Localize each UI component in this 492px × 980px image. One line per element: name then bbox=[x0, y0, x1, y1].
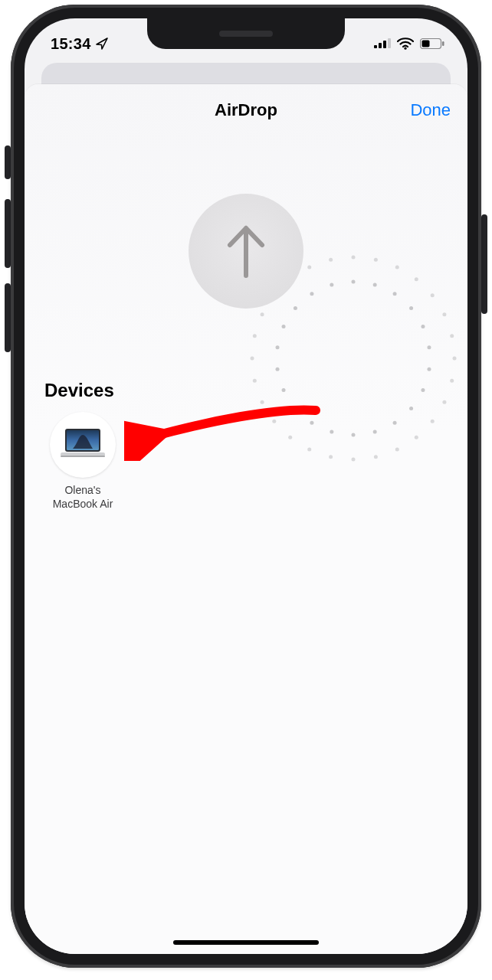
device-item-olenas-macbook-air[interactable]: Olena's MacBook Air bbox=[44, 412, 121, 511]
phone-mute-switch bbox=[5, 145, 11, 179]
wifi-icon bbox=[397, 38, 414, 50]
phone-volume-down bbox=[5, 283, 11, 352]
battery-icon bbox=[420, 38, 444, 49]
svg-rect-3 bbox=[388, 38, 391, 48]
phone-volume-up bbox=[5, 199, 11, 268]
macbook-icon bbox=[59, 427, 107, 462]
share-target-circle bbox=[189, 194, 303, 309]
notch bbox=[147, 18, 345, 49]
svg-point-4 bbox=[404, 47, 406, 50]
location-arrow-icon bbox=[96, 38, 108, 50]
airdrop-radar bbox=[139, 144, 353, 358]
svg-rect-6 bbox=[422, 41, 430, 47]
device-name-label: Olena's MacBook Air bbox=[44, 484, 121, 511]
phone-frame: 15:34 bbox=[11, 5, 481, 968]
svg-rect-0 bbox=[374, 45, 377, 48]
sheet-header: AirDrop Done bbox=[25, 84, 467, 136]
svg-rect-7 bbox=[442, 41, 444, 46]
airdrop-sheet: AirDrop Done Devices bbox=[25, 84, 467, 954]
svg-rect-2 bbox=[383, 41, 386, 48]
home-indicator[interactable] bbox=[173, 940, 319, 945]
device-grid: Olena's MacBook Air bbox=[25, 412, 467, 511]
devices-section-title: Devices bbox=[44, 380, 467, 401]
svg-rect-11 bbox=[61, 456, 105, 457]
status-time: 15:34 bbox=[51, 35, 91, 53]
phone-side-button bbox=[481, 214, 487, 314]
screen: 15:34 bbox=[25, 18, 467, 954]
device-avatar bbox=[50, 412, 116, 478]
sheet-title: AirDrop bbox=[215, 100, 277, 120]
done-button[interactable]: Done bbox=[410, 84, 451, 136]
cellular-signal-icon bbox=[374, 38, 391, 49]
svg-rect-1 bbox=[379, 43, 382, 48]
arrow-up-icon bbox=[221, 220, 271, 282]
